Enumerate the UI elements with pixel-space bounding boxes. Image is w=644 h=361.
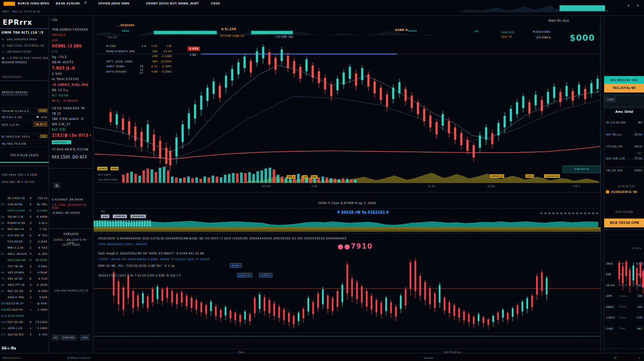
tag-pill[interactable]: 0X58 bbox=[111, 167, 119, 170]
table-row[interactable]: 52 AOL2 .AX 5(% 3 A,.325 bbox=[0, 250, 49, 257]
row-value: C3.2X20 bbox=[31, 320, 49, 323]
table-row[interactable]: VA 34(5 7T7 3P 3 3' 2520 bbox=[0, 281, 49, 288]
table-row[interactable]: '.4L 2O35 ( L3( L 5 1X50 bbox=[0, 325, 49, 331]
highlight-bar[interactable] bbox=[154, 31, 217, 34]
index-button[interactable]: 8 84 P16 98 bbox=[563, 165, 601, 173]
tag-pill[interactable]: 1(34(X bbox=[97, 167, 107, 170]
table-row[interactable]: 1X93 23.3o3/'X0 ( 2 L9X0 bbox=[0, 306, 49, 312]
row-value: 3 3L42 bbox=[31, 240, 49, 243]
table-row[interactable]: 49 1X3 53-9XV 7 3-35XE bbox=[0, 269, 49, 275]
table-row[interactable]: 64 3GJ.M) 1 9L 3 9. 4X99 bbox=[0, 213, 49, 219]
nav-item[interactable]: SPUON JNUO HWK bbox=[98, 2, 130, 5]
brand-logo[interactable] bbox=[4, 2, 15, 6]
nav-item[interactable]: RA3N #CO(OK bbox=[56, 2, 80, 5]
promo-banner[interactable]: RCA 70150 CPN bbox=[604, 219, 644, 227]
nav-item[interactable]: BURCE IUNO-BP bbox=[18, 2, 45, 5]
legend-row[interactable]: 238 .4 2398 bbox=[106, 54, 172, 59]
watch-row[interactable]: 08 0-4/1 0 /3G ♥ 6-XX bbox=[0, 114, 49, 120]
alert-banner-teal[interactable]: EX1 9(0(C(3V '5X2 bbox=[604, 76, 644, 84]
nav-item[interactable]: COSS bbox=[211, 2, 220, 5]
account-row[interactable]: 0(9 '30.J.LL ,78.50 bbox=[604, 128, 644, 140]
table-row[interactable]: 32 11% 4)b 3X 5 9' 7I(2 bbox=[0, 232, 49, 238]
table-row[interactable]: M9V 2.2.35 2 9 7IX3 bbox=[0, 244, 49, 250]
window-icon[interactable]: ▦ bbox=[54, 183, 60, 188]
strip-badge[interactable]: XXXIIXXX bbox=[130, 215, 146, 218]
legend-value-b: 238 bbox=[147, 54, 157, 58]
position-row[interactable]: 1.61(2 'xxxx 3.30 bbox=[604, 312, 644, 323]
note-badge[interactable]: 4(3(X33 bbox=[259, 273, 272, 277]
main-candlestick-chart[interactable] bbox=[94, 16, 601, 192]
tag-pill[interactable]: #4XX0 0X bbox=[490, 174, 504, 178]
row-qty: 3 bbox=[27, 252, 31, 255]
position-row[interactable]: E9B(3 5xxx3 C20 bbox=[604, 301, 644, 312]
row-value: 3' 2520 bbox=[31, 283, 49, 286]
account-row[interactable]: (73 2XL,(10 40(3) bbox=[604, 140, 644, 152]
legend-row[interactable]: 9(9'5 C9/5/9X( 15 67 4.48 4.2665 bbox=[106, 69, 172, 74]
nav-item[interactable]: US bbox=[45, 2, 50, 5]
quote-line: 5O9RL (3 JNO bbox=[52, 44, 91, 48]
table-row[interactable]: 72V 79( 95 3 0.3X(2 bbox=[0, 263, 49, 269]
table-row[interactable]: 5XU3 720 30 19L 4 C3.2X20 bbox=[0, 319, 49, 325]
strip-badge[interactable]: 13MCXX bbox=[113, 215, 127, 218]
button-1[interactable]: [X] bbox=[52, 335, 59, 340]
secondary-candlestick-chart[interactable] bbox=[94, 256, 601, 349]
alert-banner-orange[interactable]: 361.3(Y3y E0 bbox=[604, 84, 644, 92]
table-row[interactable]: 23 9OC O3 3O 8 9 (354 bbox=[0, 288, 49, 294]
panel-divider bbox=[604, 15, 604, 353]
account-row[interactable]: 78(_03 .9L5 1X9(3 bbox=[604, 164, 644, 176]
option-item[interactable]: ▣ -c 5.300 UY EXX-( XXXX3 XXXX bbox=[1, 56, 48, 59]
watch-row[interactable]: QV.5 ,o,5.3= 'W.32 5 bbox=[0, 120, 49, 129]
tag-pill[interactable]: 5X0 bbox=[311, 175, 318, 179]
button-3[interactable]: [X3] bbox=[80, 335, 89, 340]
table-row[interactable]: 9(32 3C2Z EIXV3 bbox=[0, 312, 49, 319]
legend-row[interactable]: M 230( 4 ● 1.23 1.8( bbox=[106, 43, 172, 49]
nav-item[interactable]: CRONT SSCSI BUT NONN ,NINT bbox=[146, 2, 199, 5]
collapse-icon[interactable]: ◂ bbox=[639, 356, 640, 359]
watch-row[interactable]: 3XXX.AP (L+93 A S 1X2X bbox=[0, 108, 49, 114]
account-row[interactable]: 9h.1/3-31.KGt M0 bbox=[604, 116, 644, 128]
tag-pill[interactable]: #1XXXX 0X bbox=[544, 174, 560, 178]
tag-pill[interactable]: 0X bbox=[303, 175, 307, 179]
button-2[interactable]: 5X1R'3XX bbox=[61, 335, 76, 340]
globe-icon[interactable]: ⊕ bbox=[84, 1, 87, 4]
chart-annotation: ( (3 1X9( -3X( bbox=[275, 35, 293, 38]
table-row[interactable]: 41 9X5 042 2X 3 2 7VL bbox=[0, 226, 49, 232]
watch-row[interactable]: WJ.7WQ 7R 5.GW bbox=[0, 140, 49, 147]
table-row[interactable]: E3X% 5/2X9 5 G 2X99 bbox=[0, 207, 49, 213]
highlight-bar[interactable] bbox=[251, 31, 293, 34]
stat-line: (X22 QXJ.,'W 3 .N.L7)2 bbox=[2, 180, 34, 183]
option-item[interactable]: ▸ 5AA 2XXXXXX3 9XXX bbox=[1, 38, 48, 41]
heart-icon[interactable]: ♥ bbox=[37, 115, 39, 119]
table-row[interactable]: GP 1X5J 6G'8L 9 9L.7WL bbox=[0, 201, 49, 207]
note-line-blue: C3XX 3XXXXX(3(( 3(XX 2 3XXXX3 bbox=[98, 242, 147, 246]
watch-row[interactable]: 8( 3X3(3 Q.K '7X3 5 X2X bbox=[0, 133, 49, 140]
caret-left-icon[interactable]: ◂ bbox=[637, 4, 638, 7]
row-qty: 2 bbox=[27, 240, 31, 243]
option-item[interactable]: ◔ SUES CXLR .SS 3-9XXL /VS bbox=[1, 44, 48, 47]
tag-pill[interactable]: 8Z0 0 bbox=[287, 175, 295, 179]
table-row[interactable]: 3-2 1oo'(3L 6(3 3 9 .XX( bbox=[0, 331, 49, 337]
note-badge[interactable]: (03(5(.X2 bbox=[237, 273, 252, 277]
position-row[interactable]: (74(0 5xxx' /9(1 bbox=[604, 323, 644, 334]
option-item[interactable]: ○ (30 PXXX'S Q7X3 bbox=[1, 50, 48, 53]
mini-button[interactable]: E2B% bbox=[606, 97, 616, 102]
row-value: 9 (354 bbox=[31, 289, 49, 292]
stat-line: CXX XXXX 7XX + 3 1ZI9 bbox=[2, 173, 37, 176]
table-row[interactable]: 93(5,3o0 3X) 4 40 5X2E bbox=[0, 257, 49, 263]
table-row[interactable]: 95 5-XX3 32 4 7X2.13 bbox=[0, 195, 49, 201]
legend-row[interactable]: MXAV-X'(W9J73 .8W( 183 23.49 bbox=[106, 49, 172, 54]
table-row[interactable]: C7X.X9 5O 2 3 3L42 bbox=[0, 238, 49, 244]
legend-row[interactable]: 18T7 .2XX9- 1XW5 483 (2734% bbox=[106, 59, 172, 64]
note-badge[interactable]: 81080 bbox=[230, 263, 242, 268]
strip-badge[interactable]: G3O bbox=[101, 215, 109, 218]
tag-pill[interactable]: 0XXX bbox=[525, 174, 534, 178]
row-qty: 3 bbox=[27, 333, 31, 336]
orange-alert-row[interactable]: #2202(03f-G '40 bbox=[611, 190, 637, 194]
note-line: 95M (V( 96 . P() ; 73X(3X,3((92,1(00 5X(… bbox=[98, 264, 175, 268]
table-row[interactable]: 2X33 (2(13 9L 5* ' @ 5XX( bbox=[0, 300, 49, 306]
table-row[interactable]: XX(5-X 7W2 3 3,5X0 bbox=[0, 294, 49, 300]
table-row[interactable]: 29 E25OP-4(.8X 3 5./G-2 bbox=[0, 219, 49, 226]
table-row[interactable]: 73 3X5 .0( 5O 6 6 7L(0 bbox=[0, 275, 49, 281]
divider bbox=[604, 159, 644, 160]
caret-right-icon[interactable]: ▸ bbox=[628, 4, 629, 7]
